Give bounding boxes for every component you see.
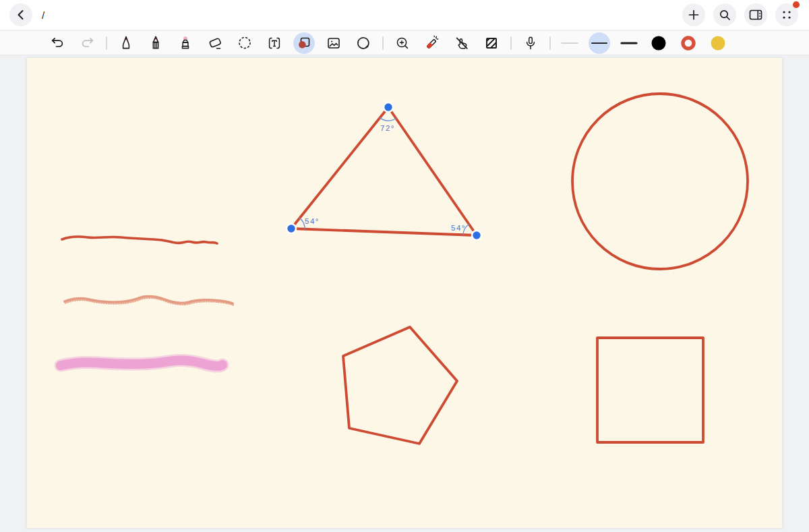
medium-line-icon	[590, 35, 609, 51]
highlighter-tool[interactable]	[175, 32, 196, 54]
shapes-icon	[296, 35, 312, 51]
image-icon	[326, 35, 342, 51]
thick-line-icon	[620, 35, 638, 51]
microphone-tool[interactable]	[520, 32, 541, 54]
lasso-tool[interactable]	[234, 32, 256, 54]
highlighter-icon	[177, 35, 193, 51]
toolbar-divider	[549, 36, 551, 50]
square-shape[interactable]	[597, 338, 703, 442]
hatched-square-icon	[483, 35, 500, 51]
apex-angle-arc	[380, 118, 396, 121]
undo-button[interactable]	[47, 32, 68, 54]
thin-line-icon	[560, 35, 579, 51]
pink-highlighter-stroke[interactable]	[61, 361, 222, 367]
eraser-tool[interactable]	[204, 32, 226, 54]
shapes-tool[interactable]	[293, 32, 315, 54]
toolbar-divider	[382, 36, 384, 50]
microphone-icon	[522, 35, 539, 51]
right-angle-label: 54°	[451, 224, 466, 232]
undo-icon	[50, 35, 65, 51]
chevron-left-icon	[15, 9, 27, 21]
redo-button[interactable]	[76, 32, 98, 54]
eraser-icon	[207, 35, 223, 51]
circle-shape[interactable]	[572, 94, 748, 269]
lasso-icon	[237, 35, 253, 51]
add-button[interactable]	[682, 3, 705, 26]
left-angle-label: 54°	[305, 217, 320, 225]
pencil-icon	[148, 35, 164, 51]
search-icon	[719, 9, 731, 21]
pencil-line-stroke[interactable]	[65, 296, 233, 305]
magnify-plus-icon	[394, 35, 411, 51]
text-tool[interactable]	[264, 32, 285, 54]
sticker-icon	[355, 35, 371, 51]
canvas-area: 72° 54° 54°	[0, 56, 809, 532]
magnify-tool[interactable]	[392, 32, 413, 54]
pentagon-shape[interactable]	[343, 327, 457, 444]
more-options-button[interactable]	[775, 3, 798, 26]
toolbar-divider	[510, 36, 512, 50]
touch-off-tool[interactable]	[451, 32, 473, 54]
black-color-icon	[651, 35, 667, 51]
triangle-vertex-handle-left[interactable]	[287, 224, 296, 233]
color-swatch-yellow[interactable]	[707, 32, 729, 54]
image-tool[interactable]	[323, 32, 344, 54]
paper-template-tool[interactable]	[481, 32, 502, 54]
hand-slash-icon	[454, 35, 470, 51]
color-swatch-black[interactable]	[648, 32, 669, 54]
apex-angle-label: 72°	[380, 124, 395, 132]
stroke-width-medium[interactable]	[589, 32, 610, 54]
color-swatch-red-selected[interactable]	[678, 32, 699, 54]
sticker-tool[interactable]	[353, 32, 374, 54]
text-icon	[266, 35, 282, 51]
plus-icon	[688, 9, 700, 21]
four-dots-icon	[781, 9, 793, 21]
toolbar-divider	[106, 36, 107, 50]
laser-pointer-tool[interactable]	[421, 32, 443, 54]
red-color-icon	[680, 35, 696, 51]
search-button[interactable]	[713, 3, 736, 26]
page-drawing-layer: 72° 54° 54°	[27, 58, 782, 528]
document-title: /	[42, 9, 44, 21]
yellow-color-icon	[710, 35, 726, 51]
fountain-pen-icon	[118, 35, 134, 51]
note-page[interactable]: 72° 54° 54°	[27, 58, 782, 528]
pencil-tool[interactable]	[145, 32, 167, 54]
triangle-vertex-handle-top[interactable]	[384, 102, 393, 112]
laser-pointer-icon	[424, 35, 440, 51]
sidebar-panel-icon	[749, 9, 762, 21]
top-navigation-bar: /	[0, 0, 809, 30]
topbar-actions	[682, 3, 798, 26]
notification-badge	[793, 1, 800, 8]
redo-icon	[80, 35, 95, 51]
drawing-toolbar	[0, 31, 809, 55]
triangle-vertex-handle-right[interactable]	[472, 231, 481, 240]
back-button[interactable]	[9, 3, 32, 26]
stroke-width-thin[interactable]	[559, 32, 580, 54]
split-view-button[interactable]	[744, 3, 767, 26]
left-angle-arc	[300, 218, 305, 229]
stroke-width-thick[interactable]	[618, 32, 640, 54]
fountain-pen-tool[interactable]	[115, 32, 137, 54]
pen-line-stroke[interactable]	[62, 237, 217, 243]
